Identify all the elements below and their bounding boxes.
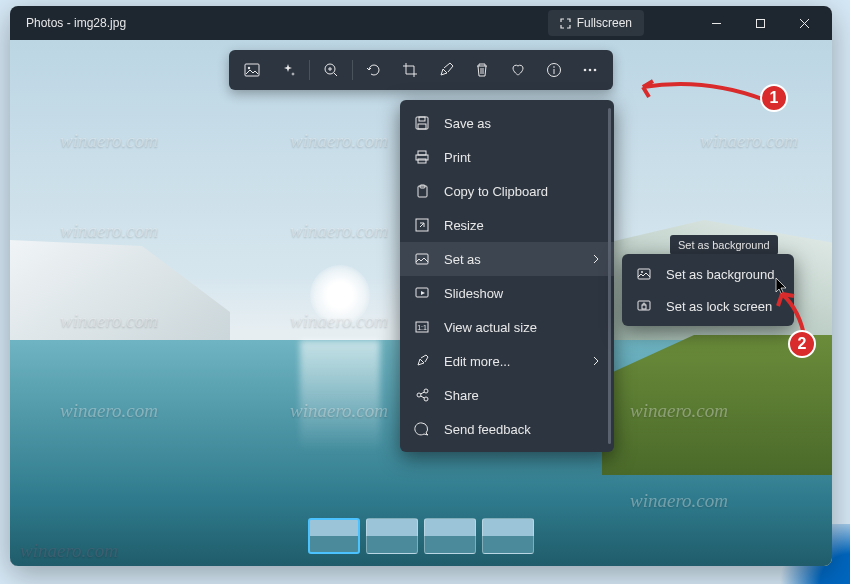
svg-point-6 (553, 66, 555, 68)
image-button[interactable] (235, 53, 269, 87)
svg-point-7 (584, 69, 587, 72)
menu-label: Send feedback (444, 422, 531, 437)
tooltip: Set as background (670, 235, 778, 255)
delete-button[interactable] (465, 53, 499, 87)
menu-label: Set as (444, 252, 481, 267)
menu-slideshow[interactable]: Slideshow (400, 276, 614, 310)
menu-label: Resize (444, 218, 484, 233)
setas-submenu: Set as background Set as lock screen (622, 254, 794, 326)
info-icon (546, 62, 562, 78)
close-icon (799, 18, 810, 29)
annotation-badge-1: 1 (760, 84, 788, 112)
menu-label: Print (444, 150, 471, 165)
svg-rect-12 (418, 124, 426, 129)
svg-point-9 (594, 69, 597, 72)
svg-text:1:1: 1:1 (417, 324, 427, 331)
thumbnail[interactable] (482, 518, 534, 554)
zoom-button[interactable] (314, 53, 348, 87)
minimize-button[interactable] (694, 6, 738, 40)
rotate-button[interactable] (357, 53, 391, 87)
photo-viewport: winaero.com winaero.com winaero.com wina… (10, 40, 832, 566)
svg-rect-1 (756, 19, 764, 27)
maximize-icon (755, 18, 766, 29)
zoom-in-icon (323, 62, 339, 78)
menu-feedback[interactable]: Send feedback (400, 412, 614, 446)
sparkle-icon (280, 62, 296, 78)
menu-copy-clipboard[interactable]: Copy to Clipboard (400, 174, 614, 208)
info-button[interactable] (537, 53, 571, 87)
thumbnail-strip (308, 518, 534, 554)
svg-rect-26 (638, 269, 650, 279)
rotate-icon (366, 62, 382, 78)
submenu-set-lockscreen[interactable]: Set as lock screen (622, 290, 794, 322)
delete-icon (474, 62, 490, 78)
menu-scrollbar[interactable] (608, 108, 611, 444)
fullscreen-icon (560, 18, 571, 29)
minimize-icon (711, 18, 722, 29)
submenu-label: Set as background (666, 267, 774, 282)
favorite-button[interactable] (501, 53, 535, 87)
menu-save-as[interactable]: Save as (400, 106, 614, 140)
svg-rect-29 (642, 305, 646, 309)
thumbnail[interactable] (366, 518, 418, 554)
background-icon (636, 266, 652, 282)
edit-more-icon (414, 353, 430, 369)
close-button[interactable] (782, 6, 826, 40)
markup-button[interactable] (429, 53, 463, 87)
share-icon (414, 387, 430, 403)
menu-edit-more[interactable]: Edit more... (400, 344, 614, 378)
toolbar (229, 50, 613, 90)
more-icon (582, 62, 598, 78)
clipboard-icon (414, 183, 430, 199)
svg-point-8 (589, 69, 592, 72)
menu-resize[interactable]: Resize (400, 208, 614, 242)
maximize-button[interactable] (738, 6, 782, 40)
print-icon (414, 149, 430, 165)
thumbnail[interactable] (308, 518, 360, 554)
photos-window: Photos - img28.jpg Fullscreen winaero.co… (10, 6, 832, 566)
image-icon (244, 62, 260, 78)
context-menu: Save as Print Copy to Clipboard Resize S… (400, 100, 614, 452)
setas-icon (414, 251, 430, 267)
window-title: Photos - img28.jpg (16, 16, 548, 30)
feedback-icon (414, 421, 430, 437)
crop-icon (402, 62, 418, 78)
enhance-button[interactable] (271, 53, 305, 87)
menu-label: Copy to Clipboard (444, 184, 548, 199)
menu-set-as[interactable]: Set as (400, 242, 614, 276)
resize-icon (414, 217, 430, 233)
submenu-label: Set as lock screen (666, 299, 772, 314)
menu-print[interactable]: Print (400, 140, 614, 174)
submenu-set-background[interactable]: Set as background (622, 258, 794, 290)
actual-size-icon: 1:1 (414, 319, 430, 335)
titlebar: Photos - img28.jpg Fullscreen (10, 6, 832, 40)
lockscreen-icon (636, 298, 652, 314)
thumbnail[interactable] (424, 518, 476, 554)
svg-rect-19 (416, 254, 428, 264)
menu-share[interactable]: Share (400, 378, 614, 412)
svg-rect-13 (418, 151, 426, 155)
menu-label: View actual size (444, 320, 537, 335)
menu-label: Share (444, 388, 479, 403)
crop-button[interactable] (393, 53, 427, 87)
chevron-right-icon (592, 354, 600, 369)
save-icon (414, 115, 430, 131)
svg-point-3 (248, 67, 250, 69)
more-button[interactable] (573, 53, 607, 87)
menu-label: Edit more... (444, 354, 510, 369)
slideshow-icon (414, 285, 430, 301)
favorite-icon (510, 62, 526, 78)
fullscreen-button[interactable]: Fullscreen (548, 10, 644, 36)
menu-label: Save as (444, 116, 491, 131)
chevron-right-icon (592, 252, 600, 267)
markup-icon (438, 62, 454, 78)
svg-rect-2 (245, 64, 259, 76)
menu-actual-size[interactable]: 1:1 View actual size (400, 310, 614, 344)
svg-rect-11 (419, 117, 425, 121)
annotation-badge-2: 2 (788, 330, 816, 358)
svg-point-27 (641, 271, 643, 273)
menu-label: Slideshow (444, 286, 503, 301)
